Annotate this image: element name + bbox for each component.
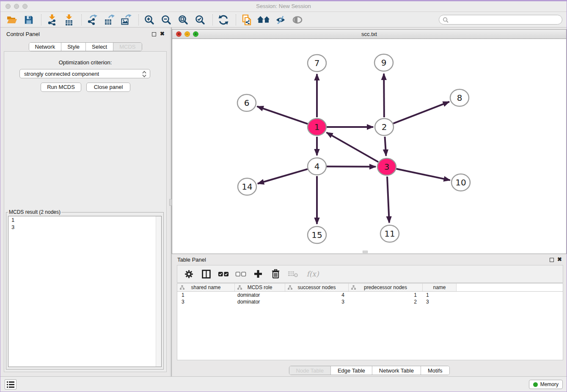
zoom-in-button[interactable] [143,14,156,26]
show-columns-button[interactable] [201,268,212,279]
add-row-button[interactable] [253,268,264,279]
graph-node-6[interactable]: 6 [237,94,256,111]
memory-button[interactable]: Memory [529,380,563,389]
tab-style[interactable]: Style [61,43,86,51]
column-header-predecessor-nodes[interactable]: predecessor nodes [349,284,423,291]
delete-table-icon [288,270,298,278]
global-search-field[interactable] [439,15,562,25]
table-settings-button[interactable] [183,268,194,279]
graph-node-label: 4 [314,161,320,171]
mcds-result-box[interactable]: 1 3 [8,216,162,367]
graph-node-7[interactable]: 7 [308,55,326,72]
graph-node-2[interactable]: 2 [375,119,394,135]
graph-edge-3-11[interactable] [387,177,389,223]
float-panel-icon[interactable] [550,258,554,262]
table-panel: Table Panel ✖ [172,254,567,376]
main-toolbar [0,12,567,28]
graph-node-1[interactable]: 1 [308,119,326,135]
search-input[interactable] [449,16,562,24]
export-table-button[interactable] [103,14,116,26]
tab-select[interactable]: Select [86,43,113,51]
network-titlebar[interactable]: ✕ − + scc.txt [172,30,566,39]
table-header-row: shared name MCDS role successor nodes pr… [177,284,563,292]
network-canvas[interactable]: 1234678910111415 [172,39,566,254]
save-session-button[interactable] [22,14,35,26]
hide-panels-button[interactable] [274,14,287,26]
graph-node-3[interactable]: 3 [377,158,396,175]
tab-mcds[interactable]: MCDS [113,43,141,51]
graph-node-4[interactable]: 4 [308,158,326,175]
column-header-successor-nodes[interactable]: successor nodes [285,284,349,291]
delete-table-button [287,268,298,279]
graph-edge-4-3[interactable] [327,166,376,167]
graph-edge-3-10[interactable] [396,169,450,180]
function-builder-icon: f(x) [306,270,319,278]
sort-hierarchy-icon [288,285,292,290]
zoom-selected-button[interactable] [194,14,206,26]
table-tabs: Node Table Edge Table Network Table Moti… [289,366,449,375]
copy-network-button[interactable] [240,14,253,26]
zoom-out-icon [161,14,172,25]
export-network-button[interactable] [86,14,99,26]
task-history-button[interactable] [5,379,17,389]
tab-node-table[interactable]: Node Table [289,366,331,375]
sort-hierarchy-icon [180,285,184,290]
result-scrollbar[interactable] [156,216,161,367]
table-panel-title: Table Panel [177,257,206,263]
graph-node-label: 2 [382,122,387,132]
refresh-layout-icon [218,14,229,25]
graph-edge-2-9[interactable] [384,74,384,117]
network-graph[interactable]: 1234678910111415 [172,39,566,254]
column-header-shared-name[interactable]: shared name [177,284,235,291]
graph-node-11[interactable]: 11 [380,225,399,242]
graph-node-10[interactable]: 10 [451,174,470,191]
column-header-name[interactable]: name [423,284,457,291]
run-mcds-button[interactable]: Run MCDS [41,83,81,92]
graph-edge-3-1[interactable] [327,133,378,162]
graph-edge-2-8[interactable] [393,102,449,123]
apply-layout-button[interactable] [217,14,230,26]
tab-network[interactable]: Network [29,43,61,51]
import-network-button[interactable] [46,14,58,26]
toolbar-divider [212,14,213,25]
open-session-button[interactable] [6,14,18,26]
unselect-all-button[interactable] [235,268,246,279]
import-table-button[interactable] [63,14,75,26]
cell-name: 1 [423,292,457,298]
tab-edge-table[interactable]: Edge Table [331,366,372,375]
table-row[interactable]: 1 dominator 4 1 1 [177,292,563,298]
mcds-tab-content: Optimization criterion: strongly connect… [4,51,167,372]
graph-node-15[interactable]: 15 [308,226,326,243]
graph-node-9[interactable]: 9 [374,54,393,71]
export-image-button[interactable] [120,14,132,26]
zoom-fit-button[interactable] [177,14,190,26]
graph-node-14[interactable]: 14 [238,178,256,195]
close-panel-button[interactable]: Close panel [86,83,130,92]
column-header-mcds-role[interactable]: MCDS role [235,284,285,291]
export-table-icon [104,14,115,25]
cell-predecessor-nodes: 1 [349,292,423,298]
graph-edge-2-3[interactable] [385,137,386,156]
delete-row-button[interactable] [270,268,281,279]
copy-network-icon [241,14,252,25]
select-all-button[interactable] [218,268,229,279]
show-panels-button[interactable] [291,14,304,26]
node-table[interactable]: shared name MCDS role successor nodes pr… [177,283,563,360]
zoom-out-button[interactable] [160,14,173,26]
show-all-networks-button[interactable] [257,14,270,26]
chevron-up-down-icon [141,70,147,78]
zoom-fit-icon [178,14,189,25]
close-panel-icon[interactable]: ✖ [160,30,165,37]
criterion-dropdown[interactable]: strongly connected component [19,69,150,78]
tab-network-table[interactable]: Network Table [372,366,421,375]
graph-edge-4-14[interactable] [258,169,308,183]
table-row[interactable]: 3 dominator 3 2 3 [177,298,563,305]
float-panel-icon[interactable] [152,32,156,36]
horizontal-splitter-handle[interactable] [363,251,368,253]
tab-motifs[interactable]: Motifs [421,366,449,375]
graph-edge-1-6[interactable] [257,106,308,124]
graph-node-8[interactable]: 8 [450,89,469,106]
close-panel-icon[interactable]: ✖ [557,256,562,262]
export-network-icon [87,14,98,25]
settings-gear-icon [184,269,194,279]
